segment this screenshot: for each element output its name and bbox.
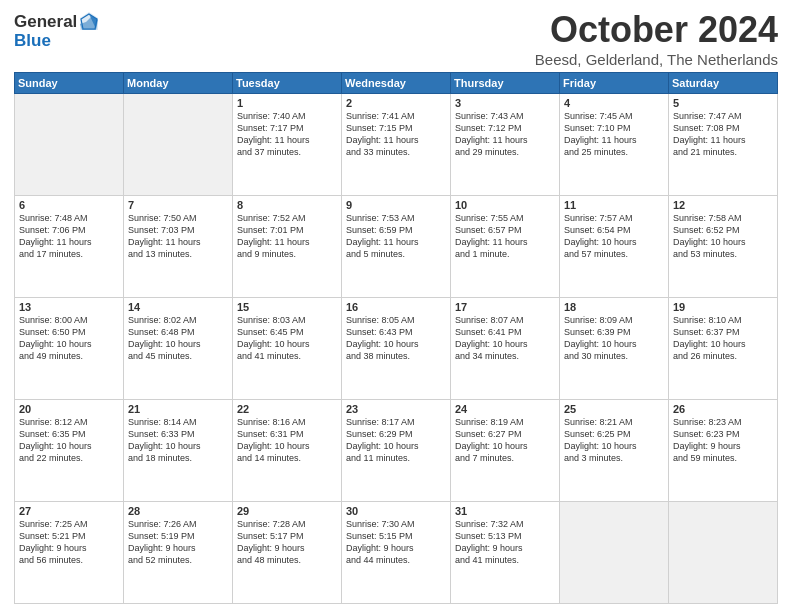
- cell-content: Sunrise: 8:10 AM Sunset: 6:37 PM Dayligh…: [673, 314, 773, 363]
- cell-content: Sunrise: 8:05 AM Sunset: 6:43 PM Dayligh…: [346, 314, 446, 363]
- calendar-cell: [124, 93, 233, 195]
- calendar-cell: 11Sunrise: 7:57 AM Sunset: 6:54 PM Dayli…: [560, 195, 669, 297]
- day-number: 7: [128, 199, 228, 211]
- calendar-cell: 25Sunrise: 8:21 AM Sunset: 6:25 PM Dayli…: [560, 399, 669, 501]
- calendar-cell: 28Sunrise: 7:26 AM Sunset: 5:19 PM Dayli…: [124, 501, 233, 603]
- title-location: Beesd, Gelderland, The Netherlands: [535, 51, 778, 68]
- day-number: 19: [673, 301, 773, 313]
- calendar-cell: 23Sunrise: 8:17 AM Sunset: 6:29 PM Dayli…: [342, 399, 451, 501]
- calendar-cell: 9Sunrise: 7:53 AM Sunset: 6:59 PM Daylig…: [342, 195, 451, 297]
- logo-icon: [78, 10, 100, 32]
- day-number: 21: [128, 403, 228, 415]
- day-number: 6: [19, 199, 119, 211]
- calendar-header-sunday: Sunday: [15, 72, 124, 93]
- day-number: 24: [455, 403, 555, 415]
- day-number: 8: [237, 199, 337, 211]
- cell-content: Sunrise: 7:52 AM Sunset: 7:01 PM Dayligh…: [237, 212, 337, 261]
- calendar-cell: 31Sunrise: 7:32 AM Sunset: 5:13 PM Dayli…: [451, 501, 560, 603]
- calendar-cell: 12Sunrise: 7:58 AM Sunset: 6:52 PM Dayli…: [669, 195, 778, 297]
- calendar-header-friday: Friday: [560, 72, 669, 93]
- calendar-cell: 10Sunrise: 7:55 AM Sunset: 6:57 PM Dayli…: [451, 195, 560, 297]
- calendar-cell: 3Sunrise: 7:43 AM Sunset: 7:12 PM Daylig…: [451, 93, 560, 195]
- calendar-header-monday: Monday: [124, 72, 233, 93]
- day-number: 26: [673, 403, 773, 415]
- cell-content: Sunrise: 7:43 AM Sunset: 7:12 PM Dayligh…: [455, 110, 555, 159]
- cell-content: Sunrise: 8:23 AM Sunset: 6:23 PM Dayligh…: [673, 416, 773, 465]
- cell-content: Sunrise: 7:48 AM Sunset: 7:06 PM Dayligh…: [19, 212, 119, 261]
- day-number: 4: [564, 97, 664, 109]
- day-number: 31: [455, 505, 555, 517]
- calendar-cell: 6Sunrise: 7:48 AM Sunset: 7:06 PM Daylig…: [15, 195, 124, 297]
- calendar-cell: 7Sunrise: 7:50 AM Sunset: 7:03 PM Daylig…: [124, 195, 233, 297]
- cell-content: Sunrise: 8:12 AM Sunset: 6:35 PM Dayligh…: [19, 416, 119, 465]
- calendar-cell: 5Sunrise: 7:47 AM Sunset: 7:08 PM Daylig…: [669, 93, 778, 195]
- cell-content: Sunrise: 8:03 AM Sunset: 6:45 PM Dayligh…: [237, 314, 337, 363]
- day-number: 13: [19, 301, 119, 313]
- day-number: 25: [564, 403, 664, 415]
- cell-content: Sunrise: 7:41 AM Sunset: 7:15 PM Dayligh…: [346, 110, 446, 159]
- cell-content: Sunrise: 7:32 AM Sunset: 5:13 PM Dayligh…: [455, 518, 555, 567]
- cell-content: Sunrise: 7:53 AM Sunset: 6:59 PM Dayligh…: [346, 212, 446, 261]
- calendar-cell: 21Sunrise: 8:14 AM Sunset: 6:33 PM Dayli…: [124, 399, 233, 501]
- week-row-2: 6Sunrise: 7:48 AM Sunset: 7:06 PM Daylig…: [15, 195, 778, 297]
- calendar-cell: 15Sunrise: 8:03 AM Sunset: 6:45 PM Dayli…: [233, 297, 342, 399]
- day-number: 29: [237, 505, 337, 517]
- calendar-cell: 13Sunrise: 8:00 AM Sunset: 6:50 PM Dayli…: [15, 297, 124, 399]
- cell-content: Sunrise: 7:55 AM Sunset: 6:57 PM Dayligh…: [455, 212, 555, 261]
- calendar-cell: 16Sunrise: 8:05 AM Sunset: 6:43 PM Dayli…: [342, 297, 451, 399]
- day-number: 18: [564, 301, 664, 313]
- week-row-5: 27Sunrise: 7:25 AM Sunset: 5:21 PM Dayli…: [15, 501, 778, 603]
- week-row-3: 13Sunrise: 8:00 AM Sunset: 6:50 PM Dayli…: [15, 297, 778, 399]
- calendar-header-row: SundayMondayTuesdayWednesdayThursdayFrid…: [15, 72, 778, 93]
- day-number: 22: [237, 403, 337, 415]
- day-number: 28: [128, 505, 228, 517]
- cell-content: Sunrise: 8:17 AM Sunset: 6:29 PM Dayligh…: [346, 416, 446, 465]
- day-number: 2: [346, 97, 446, 109]
- day-number: 11: [564, 199, 664, 211]
- day-number: 27: [19, 505, 119, 517]
- calendar-cell: 2Sunrise: 7:41 AM Sunset: 7:15 PM Daylig…: [342, 93, 451, 195]
- calendar-header-thursday: Thursday: [451, 72, 560, 93]
- calendar-cell: 1Sunrise: 7:40 AM Sunset: 7:17 PM Daylig…: [233, 93, 342, 195]
- cell-content: Sunrise: 8:14 AM Sunset: 6:33 PM Dayligh…: [128, 416, 228, 465]
- calendar-cell: [669, 501, 778, 603]
- day-number: 20: [19, 403, 119, 415]
- calendar-cell: [560, 501, 669, 603]
- cell-content: Sunrise: 7:57 AM Sunset: 6:54 PM Dayligh…: [564, 212, 664, 261]
- cell-content: Sunrise: 8:00 AM Sunset: 6:50 PM Dayligh…: [19, 314, 119, 363]
- day-number: 14: [128, 301, 228, 313]
- logo-general-text: General: [14, 13, 77, 30]
- day-number: 15: [237, 301, 337, 313]
- calendar-header-wednesday: Wednesday: [342, 72, 451, 93]
- cell-content: Sunrise: 8:07 AM Sunset: 6:41 PM Dayligh…: [455, 314, 555, 363]
- cell-content: Sunrise: 8:02 AM Sunset: 6:48 PM Dayligh…: [128, 314, 228, 363]
- cell-content: Sunrise: 7:25 AM Sunset: 5:21 PM Dayligh…: [19, 518, 119, 567]
- cell-content: Sunrise: 8:16 AM Sunset: 6:31 PM Dayligh…: [237, 416, 337, 465]
- cell-content: Sunrise: 7:47 AM Sunset: 7:08 PM Dayligh…: [673, 110, 773, 159]
- day-number: 1: [237, 97, 337, 109]
- cell-content: Sunrise: 7:45 AM Sunset: 7:10 PM Dayligh…: [564, 110, 664, 159]
- header: General Blue October 2024 Beesd, Gelderl…: [14, 10, 778, 68]
- logo-blue-text: Blue: [14, 32, 51, 49]
- cell-content: Sunrise: 7:28 AM Sunset: 5:17 PM Dayligh…: [237, 518, 337, 567]
- cell-content: Sunrise: 8:19 AM Sunset: 6:27 PM Dayligh…: [455, 416, 555, 465]
- cell-content: Sunrise: 7:50 AM Sunset: 7:03 PM Dayligh…: [128, 212, 228, 261]
- cell-content: Sunrise: 8:21 AM Sunset: 6:25 PM Dayligh…: [564, 416, 664, 465]
- calendar-cell: 29Sunrise: 7:28 AM Sunset: 5:17 PM Dayli…: [233, 501, 342, 603]
- cell-content: Sunrise: 8:09 AM Sunset: 6:39 PM Dayligh…: [564, 314, 664, 363]
- day-number: 12: [673, 199, 773, 211]
- day-number: 23: [346, 403, 446, 415]
- page: General Blue October 2024 Beesd, Gelderl…: [0, 0, 792, 612]
- calendar-cell: 18Sunrise: 8:09 AM Sunset: 6:39 PM Dayli…: [560, 297, 669, 399]
- calendar: SundayMondayTuesdayWednesdayThursdayFrid…: [14, 72, 778, 604]
- calendar-cell: [15, 93, 124, 195]
- title-month: October 2024: [535, 10, 778, 50]
- cell-content: Sunrise: 7:40 AM Sunset: 7:17 PM Dayligh…: [237, 110, 337, 159]
- calendar-cell: 22Sunrise: 8:16 AM Sunset: 6:31 PM Dayli…: [233, 399, 342, 501]
- calendar-cell: 26Sunrise: 8:23 AM Sunset: 6:23 PM Dayli…: [669, 399, 778, 501]
- calendar-cell: 30Sunrise: 7:30 AM Sunset: 5:15 PM Dayli…: [342, 501, 451, 603]
- day-number: 16: [346, 301, 446, 313]
- calendar-header-tuesday: Tuesday: [233, 72, 342, 93]
- calendar-cell: 20Sunrise: 8:12 AM Sunset: 6:35 PM Dayli…: [15, 399, 124, 501]
- logo: General Blue: [14, 10, 100, 49]
